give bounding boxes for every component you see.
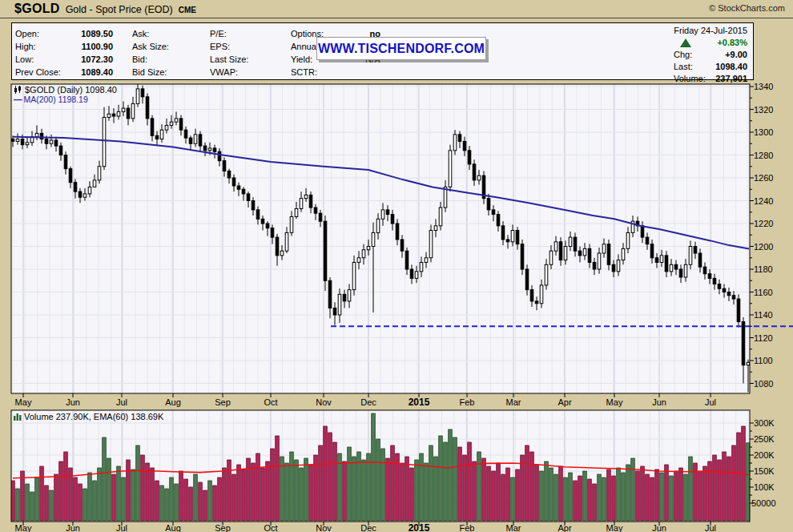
candles [11,81,750,393]
stat-label: Last Size: [210,54,248,64]
price-y-label: 1280 [754,151,773,160]
volume-y-label: 250K [754,434,775,444]
month-label: Mar [506,397,521,408]
stat-label: Low: [15,54,34,64]
price-y-label: 1320 [754,105,773,115]
month-label: 2015 [409,397,430,408]
month-label: May [15,523,32,532]
ma200-line [13,137,749,249]
volume-y-label: 200K [754,450,775,460]
quote-label: Chg: [674,49,692,61]
stat-label: Ask: [132,29,149,38]
month-label: May [606,397,623,408]
stat-label: Ask Size: [132,42,169,51]
volume-bars-icon [14,413,22,422]
watermark-banner[interactable]: WWW.TISCHENDORF.COM [316,37,486,60]
volume-y-label: 50000 [751,498,776,508]
month-label: Dec [360,397,376,408]
ohlc-row: Open:1089.50 [15,27,113,40]
month-label: 2015 [409,523,430,532]
price-y-label: 1200 [754,242,773,252]
volume-bars [11,413,751,521]
stat-label: VWAP: [210,67,238,77]
bidask-row: Bid: [132,53,206,66]
month-label: Oct [264,523,277,532]
price-y-label: 1340 [754,82,773,91]
ohlc-row: Low:1072.30 [15,53,113,66]
title-bar: $GOLD Gold - Spot Price (EOD) CME © Stoc… [0,0,793,18]
copyright-link[interactable]: © StockCharts.com [709,3,785,13]
quote-date: Friday 24-Jul-2015 [619,25,747,37]
axis-ticks [23,87,754,526]
fund-row: P/E: [210,27,284,40]
price-y-label: 1300 [754,127,773,137]
stockcharts-page: $GOLD Gold - Spot Price (EOD) CME © Stoc… [0,0,793,532]
stat-label: P/E: [210,29,227,38]
volume-y-label: 300K [754,418,775,428]
month-label: Sep [215,397,231,408]
quote-value: +9.00 [725,49,747,61]
stat-label: Yield: [291,54,312,64]
ticker-symbol: $GOLD [14,2,60,16]
month-label: Oct [264,397,277,408]
month-label: Apr [558,397,571,408]
stats-column-fundamentals: P/E:EPS:Last Size:VWAP: [210,27,284,79]
volume-legend-text: Volume 237.90K, EMA(60) 138.69K [24,412,163,421]
month-label: Jun [652,523,666,532]
price-y-label: 1220 [754,219,773,228]
price-y-label: 1080 [754,379,773,389]
price-pane-bg [11,84,750,393]
bidask-row: Bid Size: [132,66,206,79]
month-label: Nov [316,397,332,408]
price-y-label: 1140 [754,310,773,320]
quote-row: Last:1098.40 [619,61,747,73]
quote-label: Last: [674,61,693,73]
price-y-label: 1160 [754,288,773,297]
month-label: Dec [360,523,376,532]
month-label: Jun [652,397,666,408]
volume-y-label: 100K [754,482,775,492]
month-label: Sep [215,523,231,532]
price-y-label: 1180 [754,264,773,274]
month-label: Jul [705,397,716,408]
month-label: Feb [460,397,475,408]
month-label: Jul [705,523,716,532]
month-label: Aug [165,397,181,408]
month-label: Apr [558,523,571,532]
quote-right-block: Friday 24-Jul-2015 +0.83% Chg:+9.00Last:… [619,25,747,85]
month-label: May [606,523,623,532]
bidask-row: Ask: [132,27,206,40]
up-arrow-icon [680,38,691,47]
stat-label: Prev Close: [15,67,61,77]
watermark-text: WWW.TISCHENDORF.COM [318,42,485,56]
volume-pane-border [11,410,750,522]
month-label: Aug [165,523,181,532]
stats-column-bidask: Ask:Ask Size:Bid:Bid Size: [132,27,206,79]
stat-value: 1089.50 [81,27,113,40]
percent-change-row: +0.83% [619,37,747,49]
ohlc-row: Prev Close:1089.40 [15,66,113,79]
month-label: Mar [506,523,521,532]
ohlc-row: High:1100.90 [15,40,113,53]
price-y-label: 1240 [754,196,773,206]
bidask-row: Ask Size: [132,40,206,53]
ma-line-icon: — [14,95,22,104]
stat-label: High: [15,42,36,51]
volume-y-label: 150K [754,466,775,476]
month-label: Jun [66,397,80,408]
quote-rows: Chg:+9.00Last:1098.40Volume:237,901 [619,49,747,85]
stat-label: EPS: [210,42,230,51]
volume-legend: Volume 237.90K, EMA(60) 138.69K [14,412,163,422]
month-label: Jul [116,523,127,532]
month-label: Jun [66,523,80,532]
month-label: May [15,397,32,408]
percent-change: +0.83% [717,37,747,49]
quote-value: 1098.40 [715,61,747,73]
exchange-label: CME [179,6,196,14]
quote-row: Chg:+9.00 [619,49,747,61]
fund-row: Last Size: [210,53,284,66]
volume-ema-line [13,462,748,478]
price-y-label: 1260 [754,173,773,183]
quote-row: Volume:237,901 [619,73,747,85]
stats-column-ohlc: Open:1089.50High:1100.90Low:1072.30Prev … [15,27,113,79]
